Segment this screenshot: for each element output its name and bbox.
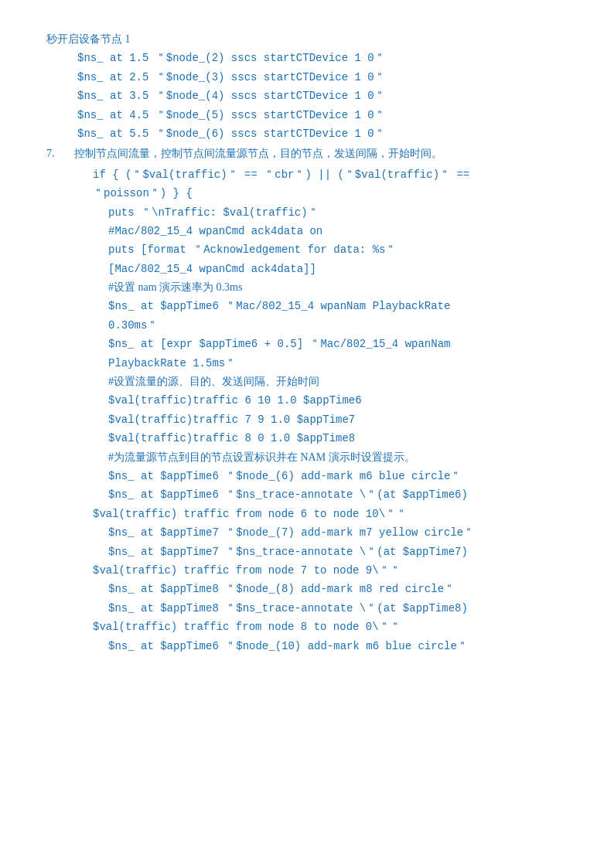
header-text: 秒开启设备节点 1 (46, 33, 131, 45)
line-11: [Mac/802_15_4 wpanCmd ack4data]] (46, 260, 568, 277)
line-31: $ns_ at $appTime6 ＂$node_(10) add-mark m… (46, 638, 568, 655)
line-10: puts [format ＂Acknowledgement for data: … (46, 241, 568, 258)
line-28: $ns_ at $appTime8 ＂$node_(8) add-mark m8… (46, 580, 568, 597)
line-21-comment: #为流量源节点到目的节点设置标识并在 NAM 演示时设置提示。 (46, 449, 568, 466)
line-7: ＂poisson＂) } { (46, 185, 568, 202)
item-7: 7. 控制节点间流量，控制节点间流量源节点，目的节点，发送间隔，开始时间。 (46, 145, 568, 162)
line-6: if { (＂$val(traffic)＂ == ＂cbr＂) || (＂$va… (46, 166, 568, 183)
line-27: $val(traffic) traffic from node 7 to nod… (46, 562, 568, 579)
line-9: #Mac/802_15_4 wpanCmd ack4data on (46, 223, 568, 240)
line-24: $val(traffic) traffic from node 6 to nod… (46, 505, 568, 523)
line-18: $val(traffic)traffic 6 10 1.0 $appTime6 (46, 392, 568, 409)
line-1: $ns_ at 1.5 ＂$node_(2) sscs startCTDevic… (46, 49, 568, 66)
line-5: $ns_ at 5.5 ＂$node_(6) sscs startCTDevic… (46, 125, 568, 142)
line-19: $val(traffic)traffic 7 9 1.0 $appTime7 (46, 411, 568, 428)
line-22: $ns_ at $appTime6 ＂$node_(6) add-mark m6… (46, 468, 568, 485)
line-29: $ns_ at $appTime8 ＂$ns_trace-annotate \＂… (46, 600, 568, 617)
item-7-number: 7. (46, 145, 68, 162)
line-3: $ns_ at 3.5 ＂$node_(4) sscs startCTDevic… (46, 87, 568, 104)
line-17-comment: #设置流量的源、目的、发送间隔、开始时间 (46, 373, 568, 390)
line-2: $ns_ at 2.5 ＂$node_(3) sscs startCTDevic… (46, 69, 568, 86)
item-7-text: 控制节点间流量，控制节点间流量源节点，目的节点，发送间隔，开始时间。 (74, 145, 442, 162)
line-4: $ns_ at 4.5 ＂$node_(5) sscs startCTDevic… (46, 107, 568, 124)
line-13: $ns_ at $appTime6 ＂Mac/802_15_4 wpanNam … (46, 298, 568, 315)
header-line: 秒开启设备节点 1 (46, 31, 568, 48)
line-15: $ns_ at [expr $appTime6 + 0.5] ＂Mac/802_… (46, 335, 568, 352)
line-26: $ns_ at $appTime7 ＂$ns_trace-annotate \＂… (46, 543, 568, 560)
line-23: $ns_ at $appTime6 ＂$ns_trace-annotate \＂… (46, 486, 568, 503)
line-30: $val(traffic) traffic from node 8 to nod… (46, 618, 568, 635)
line-25: $ns_ at $appTime7 ＂$node_(7) add-mark m7… (46, 524, 568, 541)
line-14: 0.30ms＂ (46, 317, 568, 334)
line-8: puts ＂\nTraffic: $val(traffic)＂ (46, 204, 568, 221)
main-content: 秒开启设备节点 1 $ns_ at 1.5 ＂$node_(2) sscs st… (46, 31, 568, 655)
line-12-comment: #设置 nam 演示速率为 0.3ms (46, 279, 568, 296)
line-16: PlaybackRate 1.5ms＂ (46, 355, 568, 372)
line-20: $val(traffic)traffic 8 0 1.0 $appTime8 (46, 430, 568, 447)
